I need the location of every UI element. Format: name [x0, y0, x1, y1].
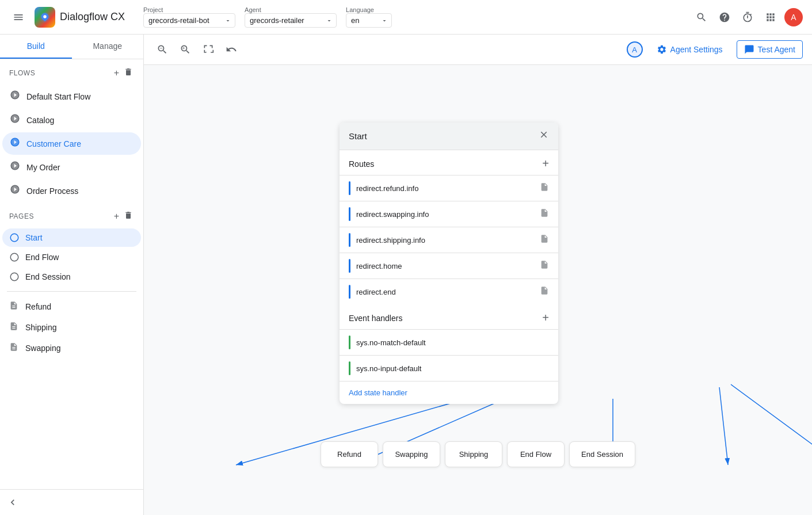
sidebar-item-label: Catalog [26, 116, 54, 125]
page-item-end-session[interactable]: End Session [2, 268, 141, 286]
page-item-label: Shipping [25, 323, 57, 332]
agent-settings-label: Agent Settings [670, 45, 723, 54]
tab-manage[interactable]: Manage [72, 35, 144, 59]
add-state-handler-link[interactable]: Add state handler [340, 381, 558, 404]
add-event-handler-button[interactable]: + [542, 311, 549, 325]
page-item-label: Start [25, 233, 43, 242]
zoom-in-button[interactable] [176, 40, 195, 59]
add-route-button[interactable]: + [542, 157, 549, 170]
route-item-swapping-info[interactable]: redirect.swapping.info [340, 201, 558, 227]
route-item-end[interactable]: redirect.end [340, 279, 558, 304]
page-item-refund[interactable]: Refund [2, 297, 141, 316]
pages-section: PAGES + [0, 203, 143, 228]
sidebar-item-default-start-flow[interactable]: Default Start Flow [2, 85, 141, 108]
dialog-header: Start [340, 123, 558, 150]
language-select-group: Language en [346, 6, 392, 28]
add-flow-button[interactable]: + [113, 66, 120, 80]
canvas-area: A Agent Settings Test Agent [144, 35, 812, 515]
page-item-swapping[interactable]: Swapping [2, 338, 141, 358]
shipping-page-icon [9, 322, 20, 333]
project-select[interactable]: grecords-retail-bot [143, 13, 235, 28]
route-indicator [349, 233, 350, 247]
routes-title: Routes [349, 159, 374, 169]
route-left: redirect.home [349, 259, 402, 273]
main-layout: Build Manage FLOWS + Default Start Flow [0, 35, 812, 515]
svg-point-9 [10, 273, 18, 281]
canvas-toolbar: A Agent Settings Test Agent [144, 35, 812, 65]
route-item-refund-info[interactable]: redirect.refund.info [340, 175, 558, 201]
language-label: Language [346, 6, 392, 13]
route-page-icon [540, 234, 549, 246]
route-indicator [349, 259, 350, 273]
undo-button[interactable] [222, 40, 241, 59]
canvas-content: Start Routes + redirect.refund.info [144, 65, 812, 513]
brand-logo-area[interactable]: Dialogflow CX [35, 7, 125, 28]
menu-icon[interactable] [9, 8, 28, 26]
sidebar-tabs: Build Manage [0, 35, 143, 59]
route-name: redirect.swapping.info [356, 210, 429, 219]
brand-logo [35, 7, 55, 28]
dialog-close-button[interactable] [539, 129, 549, 143]
help-icon[interactable] [715, 8, 734, 26]
flows-section: FLOWS + [0, 59, 143, 85]
tab-build[interactable]: Build [0, 35, 72, 59]
user-avatar[interactable]: A [784, 8, 803, 26]
route-item-home[interactable]: redirect.home [340, 253, 558, 279]
refund-page-icon [9, 301, 20, 312]
flow-icon [9, 161, 21, 174]
event-handlers-section: Event handlers + sys.no-match-default sy… [340, 304, 558, 381]
collapse-sidebar-button[interactable] [7, 497, 18, 508]
event-item-no-input[interactable]: sys.no-input-default [340, 355, 558, 381]
sidebar-item-my-order[interactable]: My Order [2, 156, 141, 178]
end-flow-node[interactable]: End Flow [507, 441, 565, 467]
event-item-no-match[interactable]: sys.no-match-default [340, 329, 558, 355]
zoom-out-button[interactable] [153, 40, 171, 59]
agent-settings-button[interactable]: Agent Settings [650, 41, 730, 58]
sidebar: Build Manage FLOWS + Default Start Flow [0, 35, 144, 515]
page-item-label: End Session [25, 272, 71, 281]
event-handlers-title: Event handlers [349, 314, 402, 323]
route-item-shipping-info[interactable]: redirect.shipping.info [340, 227, 558, 253]
page-item-label: Swapping [25, 344, 61, 353]
canvas-avatar: A [627, 41, 643, 58]
pages-divider [7, 291, 136, 292]
sidebar-item-catalog[interactable]: Catalog [2, 109, 141, 131]
shipping-node[interactable]: Shipping [445, 441, 502, 467]
test-agent-button[interactable]: Test Agent [737, 40, 803, 59]
delete-flow-button[interactable] [123, 66, 134, 80]
agent-select[interactable]: grecords-retailer [245, 13, 337, 28]
refund-node[interactable]: Refund [321, 441, 378, 467]
end-flow-page-icon [9, 252, 20, 262]
swapping-node[interactable]: Swapping [383, 441, 440, 467]
page-item-label: End Flow [25, 253, 59, 262]
pages-label: PAGES [9, 212, 34, 220]
page-item-shipping[interactable]: Shipping [2, 318, 141, 337]
toolbar-left [153, 40, 241, 59]
sidebar-item-order-process[interactable]: Order Process [2, 180, 141, 202]
search-icon[interactable] [692, 8, 711, 26]
apps-icon[interactable] [761, 8, 780, 26]
fit-screen-button[interactable] [199, 40, 218, 59]
route-page-icon [540, 286, 549, 297]
event-name: sys.no-match-default [356, 338, 426, 347]
language-select[interactable]: en [346, 13, 392, 28]
pages-section-header: PAGES + [9, 209, 134, 223]
sidebar-item-customer-care[interactable]: Customer Care [2, 132, 141, 155]
swapping-page-icon [9, 342, 20, 354]
add-page-button[interactable]: + [113, 209, 120, 223]
brand-name: Dialogflow CX [60, 11, 125, 23]
svg-point-1 [43, 15, 47, 18]
page-item-start[interactable]: Start [2, 228, 141, 247]
svg-point-7 [10, 234, 18, 242]
route-name: redirect.home [356, 262, 402, 270]
flow-icon [9, 184, 21, 197]
svg-point-8 [10, 253, 18, 261]
timer-icon[interactable] [738, 8, 757, 26]
agent-label: Agent [245, 6, 337, 13]
routes-section: Routes + redirect.refund.info [340, 150, 558, 304]
page-item-end-flow[interactable]: End Flow [2, 248, 141, 266]
delete-page-button[interactable] [123, 209, 134, 223]
event-indicator [349, 335, 350, 349]
end-session-node[interactable]: End Session [569, 441, 635, 467]
test-agent-label: Test Agent [758, 45, 795, 54]
